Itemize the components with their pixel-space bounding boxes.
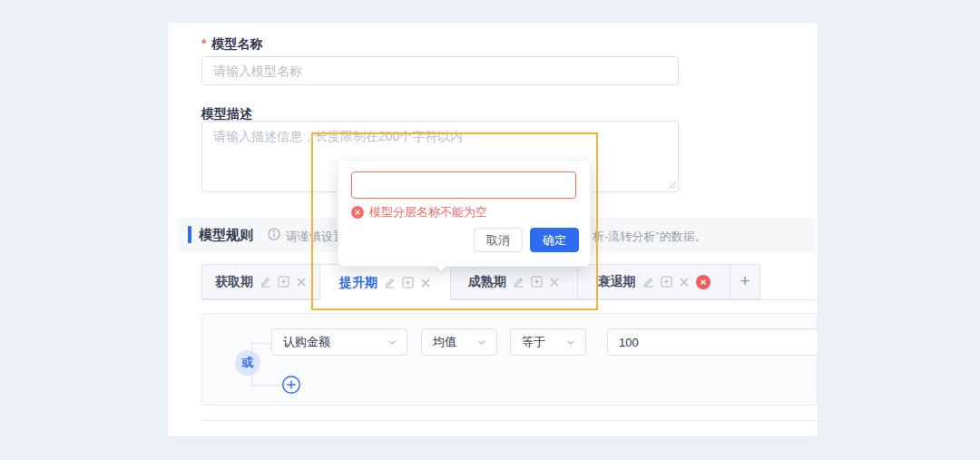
layer-name-input[interactable] (351, 171, 576, 199)
model-name-label: *模型名称 (201, 36, 262, 53)
edit-icon[interactable] (260, 276, 271, 288)
tab-label: 获取期 (215, 274, 253, 290)
operator-select-value: 等于 (522, 334, 545, 350)
add-square-icon[interactable] (402, 277, 414, 289)
rule-value-input[interactable] (607, 328, 818, 356)
logic-or-badge[interactable]: 或 (235, 350, 260, 376)
add-tab-button[interactable]: + (730, 264, 760, 299)
tab-error-badge-icon (696, 275, 710, 289)
validation-error: 模型分层名称不能为空 (351, 204, 487, 220)
tab-label: 提升期 (339, 275, 377, 291)
tab-maturity-period[interactable]: 成熟期 (451, 264, 578, 299)
field-select-value: 认购金额 (283, 334, 330, 350)
close-icon[interactable] (296, 277, 307, 288)
section-hint-suffix: 析-流转分析”的数据。 (593, 229, 707, 245)
field-select[interactable]: 认购金额 (271, 328, 407, 356)
aggregation-select[interactable]: 均值 (421, 328, 497, 356)
tab-content-bottom-border (201, 420, 818, 421)
stage-tabbar: 获取期 提升期 成熟期 衰退期 + (201, 264, 760, 300)
rule-panel: 或 认购金额 均值 等于 (201, 313, 818, 406)
info-icon (268, 228, 280, 240)
error-text: 模型分层名称不能为空 (369, 204, 487, 220)
error-circle-icon (351, 206, 364, 219)
section-hint-prefix: 请谨慎设置 (286, 229, 345, 245)
add-square-icon[interactable] (531, 276, 543, 288)
chevron-down-icon (476, 337, 487, 347)
model-form-card: *模型名称 模型描述 模型规则 请谨慎设置 析-流转分析”的数据。 获取期 提升… (168, 23, 818, 436)
tab-improvement-period[interactable]: 提升期 (320, 264, 451, 300)
tabbar-bottom-border (201, 299, 818, 300)
connector-line (251, 385, 284, 386)
add-condition-icon[interactable] (281, 375, 301, 395)
add-square-icon[interactable] (278, 276, 289, 288)
page: { "colors": { "accent": "#2e6bf0", "erro… (0, 0, 980, 460)
rename-stage-popover: 模型分层名称不能为空 取消 确定 (338, 160, 591, 267)
section-accent-bar (188, 226, 191, 243)
add-square-icon[interactable] (661, 276, 672, 288)
popover-arrow (434, 264, 448, 271)
edit-icon[interactable] (513, 276, 524, 288)
aggregation-select-value: 均值 (433, 334, 456, 350)
cancel-button[interactable]: 取消 (474, 228, 523, 252)
operator-select[interactable]: 等于 (510, 328, 586, 356)
model-name-input[interactable] (201, 56, 679, 85)
chevron-down-icon (387, 337, 397, 347)
popover-buttons: 取消 确定 (474, 228, 579, 252)
tab-label: 成熟期 (468, 274, 506, 290)
tab-acquisition-period[interactable]: 获取期 (201, 264, 320, 299)
required-asterisk: * (201, 36, 206, 51)
edit-icon[interactable] (642, 276, 654, 288)
tab-label: 衰退期 (598, 274, 636, 290)
confirm-button[interactable]: 确定 (530, 228, 579, 252)
close-icon[interactable] (420, 278, 431, 289)
close-icon[interactable] (549, 277, 560, 288)
edit-icon[interactable] (384, 277, 396, 289)
chevron-down-icon (565, 337, 576, 347)
tab-decline-period[interactable]: 衰退期 (578, 264, 730, 299)
section-title: 模型规则 (199, 227, 253, 244)
model-name-label-text: 模型名称 (211, 36, 262, 51)
close-icon[interactable] (679, 277, 690, 288)
